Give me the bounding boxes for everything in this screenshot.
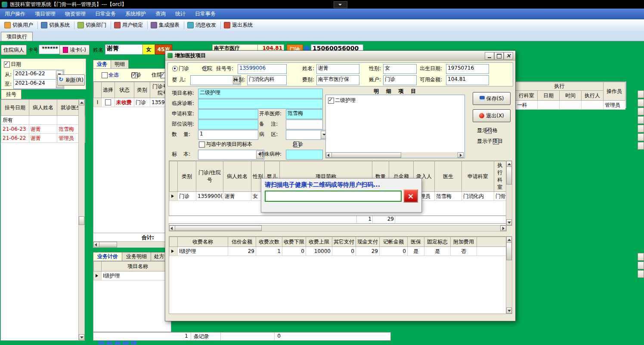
account-field[interactable]: 门诊 xyxy=(383,75,417,85)
side-button[interactable] xyxy=(638,90,644,98)
part-field[interactable] xyxy=(198,120,258,129)
menu-query[interactable]: 查询 xyxy=(151,9,170,19)
diagnosis-field[interactable] xyxy=(198,99,323,109)
registration-vscrollbar[interactable] xyxy=(78,99,85,341)
tab-project-execution[interactable]: 项目执行 xyxy=(1,32,33,41)
menu-daily-business[interactable]: 日常业务 xyxy=(90,9,121,19)
column-header[interactable]: 病人姓名 xyxy=(29,100,57,116)
tab-business-detail[interactable]: 业务明细 xyxy=(122,252,151,261)
scroll-left-icon[interactable] xyxy=(93,242,99,247)
tab-detail[interactable]: 明细 xyxy=(111,60,129,69)
menu-material-management[interactable]: 物资管理 xyxy=(60,9,90,19)
column-header[interactable]: 行科室 xyxy=(516,91,538,101)
column-header[interactable]: 申请科室 xyxy=(462,161,494,192)
bottom-icon[interactable] xyxy=(123,341,129,345)
project-name-field[interactable]: 二级护理 xyxy=(198,89,323,99)
column-header[interactable]: 收费上限 xyxy=(306,237,332,247)
request-dept-field[interactable] xyxy=(198,109,258,119)
items-grid-vscrollbar[interactable] xyxy=(506,160,512,226)
fee-grid-row[interactable]: Ⅰ级护理 29 1 0 10000 0 29 0 是 是 否 xyxy=(170,247,506,256)
scroll-up-icon[interactable] xyxy=(79,99,84,105)
card-no-field[interactable]: ****** xyxy=(39,45,61,54)
bottom-icon[interactable] xyxy=(131,341,137,345)
reg-row[interactable]: 21-06-23 谢菁 范雪梅 xyxy=(1,125,85,134)
same-specimen-checkbox[interactable] xyxy=(199,142,205,148)
titlebar-dropdown[interactable] xyxy=(334,1,347,8)
column-header[interactable]: 其它支付 xyxy=(332,237,356,247)
toolbar-switch-user[interactable]: 切换用户 xyxy=(3,21,36,30)
scroll-thumb[interactable] xyxy=(331,152,401,158)
special-disease-field[interactable] xyxy=(286,150,323,160)
reg-row[interactable]: 21-06-22 谢菁 管理员 xyxy=(1,134,85,143)
birth-date-field[interactable]: 19750716 xyxy=(446,64,489,74)
toolbar-switch-department[interactable]: 切换部门 xyxy=(76,21,109,30)
side-button[interactable] xyxy=(638,133,644,141)
column-header[interactable]: 医生 xyxy=(435,161,462,192)
dlg-gender-field[interactable]: 女 xyxy=(383,64,417,74)
dlg-name-field[interactable]: 谢菁 xyxy=(316,64,359,74)
scroll-right-icon[interactable] xyxy=(458,152,464,158)
date-filter-checkbox[interactable] xyxy=(4,62,10,68)
side-button[interactable] xyxy=(638,116,644,124)
reg-row-all[interactable]: 所有 xyxy=(1,116,85,125)
column-header[interactable]: 收费次数 xyxy=(256,237,282,247)
scroll-down-icon[interactable] xyxy=(79,334,84,340)
side-button[interactable] xyxy=(638,253,644,261)
scroll-thumb[interactable] xyxy=(79,216,84,225)
column-header[interactable]: 类别 xyxy=(134,82,150,98)
column-header[interactable]: 执行科室 xyxy=(494,161,506,192)
row-checkbox[interactable] xyxy=(105,99,111,105)
maximize-button[interactable] xyxy=(494,52,504,60)
business-hscrollbar[interactable] xyxy=(93,241,166,248)
dept-field[interactable]: 门消化内科 xyxy=(247,75,287,85)
scan-close-button[interactable] xyxy=(403,189,418,203)
dlg-fee-field[interactable]: 南平市医疗保 xyxy=(316,75,359,85)
side-button[interactable] xyxy=(638,125,644,132)
menu-project-management[interactable]: 项目管理 xyxy=(30,9,60,19)
column-header[interactable]: 日期 xyxy=(538,91,560,101)
scroll-left-icon[interactable] xyxy=(169,225,175,231)
reg-no-field[interactable]: 13599006 xyxy=(238,64,287,74)
column-header[interactable]: 收费下限 xyxy=(282,237,306,247)
from-date-combo[interactable]: 2021-06-22 xyxy=(13,70,64,80)
to-date-combo[interactable]: 2021-06-24 xyxy=(13,79,64,89)
pricing-row[interactable]: Ⅰ级护理 xyxy=(94,271,174,280)
patient-name-field[interactable]: 谢菁 xyxy=(105,44,143,55)
toolbar-messages[interactable]: 消息收发 xyxy=(186,21,219,30)
column-header[interactable]: 执行人 xyxy=(582,91,604,101)
close-button[interactable] xyxy=(504,52,513,60)
quantity-field[interactable]: 1 xyxy=(198,130,258,140)
column-header[interactable]: 病人姓名 xyxy=(223,161,251,192)
column-header[interactable]: 现金支付 xyxy=(356,237,380,247)
side-button[interactable] xyxy=(638,99,644,107)
column-header[interactable]: 操作员 xyxy=(604,82,625,101)
minimize-button[interactable] xyxy=(485,52,494,60)
column-header[interactable]: 项目名称 xyxy=(102,262,174,271)
scan-input[interactable] xyxy=(265,191,402,202)
outpatient-radio[interactable] xyxy=(172,66,178,71)
column-header[interactable]: 估价金额 xyxy=(228,237,256,247)
menu-user-operations[interactable]: 用户操作 xyxy=(0,9,30,19)
column-header[interactable]: 附加费用 xyxy=(451,237,477,247)
side-button[interactable] xyxy=(638,108,644,115)
menu-daily-affairs[interactable]: 日常事务 xyxy=(190,9,220,19)
column-header[interactable]: 收费名称 xyxy=(178,237,228,247)
scroll-thumb[interactable] xyxy=(175,225,262,231)
tab-business-pricing[interactable]: 业务计价 xyxy=(93,252,122,261)
exit-button[interactable]: 退出(X) xyxy=(473,109,511,122)
side-button[interactable] xyxy=(638,270,644,278)
items-grid-hscrollbar[interactable] xyxy=(169,225,507,231)
toolbar-exit-system[interactable]: 退出系统 xyxy=(222,21,256,30)
tab-registration[interactable]: 挂号 xyxy=(1,89,22,100)
fee-grid-vscrollbar[interactable] xyxy=(506,236,512,314)
scroll-down-icon[interactable] xyxy=(506,219,512,225)
column-header[interactable]: 类别 xyxy=(178,161,196,192)
bottom-icon[interactable] xyxy=(106,341,112,345)
bottom-icon[interactable] xyxy=(115,341,121,345)
column-header[interactable]: 医保 xyxy=(408,237,424,247)
menu-system-maintenance[interactable]: 系统维护 xyxy=(121,9,151,19)
column-header[interactable]: 挂号日期 xyxy=(1,100,29,116)
ward-combo[interactable] xyxy=(286,130,329,140)
side-button[interactable] xyxy=(638,142,644,150)
toolbar-integrated-reports[interactable]: 集成报表 xyxy=(149,21,183,30)
